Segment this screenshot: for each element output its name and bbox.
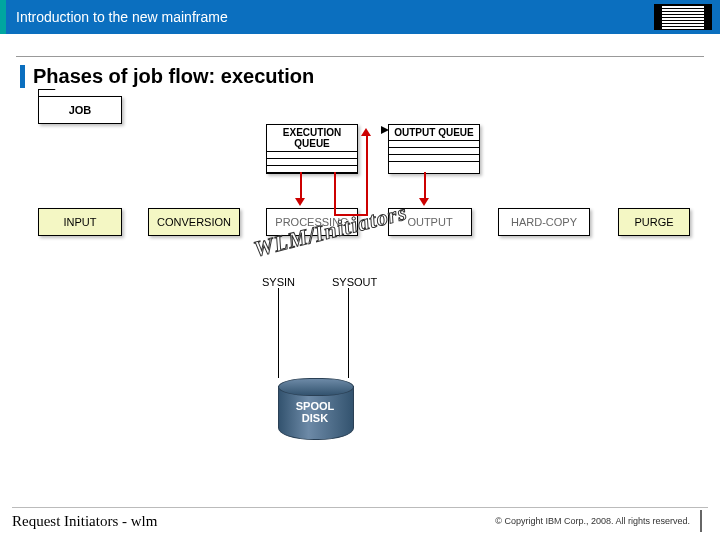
flow-line bbox=[366, 134, 368, 216]
title-bar: Introduction to the new mainframe bbox=[0, 0, 720, 34]
arrow-down-icon bbox=[295, 198, 305, 206]
sysout-label: SYSOUT bbox=[332, 276, 377, 288]
flow-line bbox=[278, 288, 279, 378]
slide-title: Phases of job flow: execution bbox=[20, 65, 720, 88]
presentation-title: Introduction to the new mainframe bbox=[6, 9, 228, 25]
footer-divider bbox=[12, 507, 708, 508]
sysin-label: SYSIN bbox=[262, 276, 295, 288]
diagram-canvas: JOB INPUT CONVERSION PROCESSING OUTPUT H… bbox=[0, 88, 720, 478]
ibm-logo-stripes bbox=[662, 6, 704, 29]
arrow-down-icon bbox=[419, 198, 429, 206]
execution-queue-label: EXECUTION QUEUE bbox=[267, 125, 357, 152]
execution-queue: EXECUTION QUEUE bbox=[266, 124, 358, 174]
input-box: INPUT bbox=[38, 208, 122, 236]
divider bbox=[16, 56, 704, 57]
footer-note: Request Initiators - wlm bbox=[12, 513, 157, 530]
copyright: © Copyright IBM Corp., 2008. All rights … bbox=[495, 516, 690, 526]
ibm-logo bbox=[654, 4, 712, 30]
flow-line bbox=[424, 172, 426, 200]
conversion-box: CONVERSION bbox=[148, 208, 240, 236]
arrow-up-icon bbox=[361, 128, 371, 136]
footer-bar bbox=[700, 510, 702, 532]
purge-box: PURGE bbox=[618, 208, 690, 236]
spool-disk: SPOOL DISK bbox=[278, 378, 352, 442]
flow-line bbox=[334, 172, 336, 214]
job-box: JOB bbox=[38, 96, 122, 124]
output-queue: OUTPUT QUEUE bbox=[388, 124, 480, 174]
arrow-icon bbox=[381, 126, 389, 134]
spool-label: SPOOL DISK bbox=[278, 400, 352, 424]
hardcopy-box: HARD-COPY bbox=[498, 208, 590, 236]
flow-line bbox=[300, 172, 302, 200]
output-queue-label: OUTPUT QUEUE bbox=[389, 125, 479, 141]
footer: Request Initiators - wlm © Copyright IBM… bbox=[0, 504, 720, 540]
flow-line bbox=[348, 288, 349, 378]
